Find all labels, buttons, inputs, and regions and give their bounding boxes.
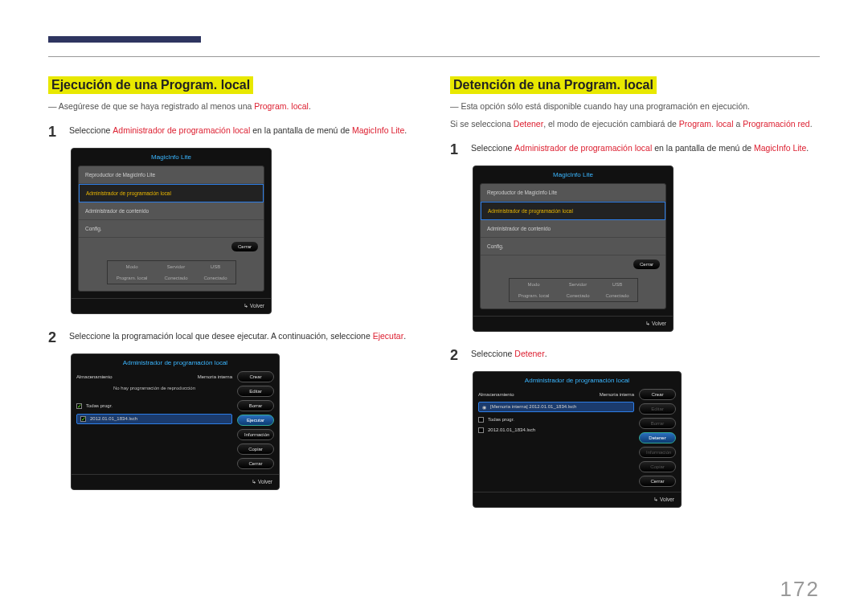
footer: ↲Volver xyxy=(72,298,271,313)
info-button[interactable]: Información xyxy=(237,429,274,440)
step-text: Seleccione la programación local que des… xyxy=(69,327,418,349)
section-title-left: Ejecución de una Program. local xyxy=(48,76,253,94)
step-1-left: 1 Seleccione Administrador de programaci… xyxy=(48,121,418,143)
borrar-button: Borrar xyxy=(639,418,676,429)
return-icon: ↲ xyxy=(244,303,248,309)
step-number: 1 xyxy=(450,139,461,161)
return-label: Volver xyxy=(660,497,674,502)
return-label: Volver xyxy=(258,479,272,484)
list-panel: AlmacenamientoMemoria interna No hay pro… xyxy=(76,371,232,472)
list-item-selected[interactable]: 2012.01.01_1834.lsch xyxy=(76,414,232,424)
cerrar-button[interactable]: Cerrar xyxy=(639,476,676,487)
t: Programación red xyxy=(743,119,809,129)
crear-button[interactable]: Crear xyxy=(639,389,676,400)
v: Conectado xyxy=(157,272,196,284)
step-number: 2 xyxy=(48,327,59,349)
checkbox-icon xyxy=(76,403,82,409)
val: Memoria interna xyxy=(198,374,232,379)
t: . xyxy=(403,331,406,341)
t: Detener xyxy=(514,349,544,358)
left-column: Ejecución de una Program. local ― Asegúr… xyxy=(48,76,418,521)
t: en la pantalla de menú de xyxy=(652,143,754,153)
t: a xyxy=(734,119,743,129)
h: Servidor xyxy=(559,279,598,290)
status-table: Modo Servidor USB Program. local Conecta… xyxy=(107,260,236,284)
menu-item[interactable]: Config. xyxy=(79,220,264,238)
lbl: Almacenamiento xyxy=(76,374,113,379)
t: Ejecutar xyxy=(373,331,404,341)
note-left-text: ― Asegúrese de que se haya registrado al… xyxy=(48,101,311,111)
list-panel: AlmacenamientoMemoria interna ◉[Memoria … xyxy=(478,389,634,490)
button-column: Crear Editar Borrar Detener Información … xyxy=(639,389,676,487)
t: 2012.01.01_1834.lsch xyxy=(488,427,535,432)
ejecutar-button[interactable]: Ejecutar xyxy=(237,415,274,426)
t: MagicInfo Lite xyxy=(352,125,404,135)
return-label: Volver xyxy=(250,303,264,309)
t: Detener xyxy=(514,119,543,129)
step-2-left: 2 Seleccione la programación local que d… xyxy=(48,327,418,349)
header-accent xyxy=(48,36,201,43)
menu-item[interactable]: Reproductor de MagicInfo Lite xyxy=(79,166,264,184)
menu-item-selected[interactable]: Administrador de programación local xyxy=(79,184,264,202)
t: Seleccione xyxy=(69,125,113,135)
screen-title: Administrador de programación local xyxy=(72,354,279,371)
list-item[interactable]: Todas progr. xyxy=(478,417,634,423)
menu-item-selected[interactable]: Administrador de programación local xyxy=(481,202,665,220)
t: . xyxy=(810,119,813,129)
list-item-running[interactable]: ◉[Memoria interna] 2012.01.01_1834.lsch xyxy=(478,402,634,412)
menu-item[interactable]: Reproductor de MagicInfo Lite xyxy=(481,184,665,202)
t: Todas progr. xyxy=(488,417,514,422)
close-button[interactable]: Cerrar xyxy=(633,259,661,270)
t: Seleccione xyxy=(471,349,514,358)
crear-button[interactable]: Crear xyxy=(237,371,274,382)
t: en la pantalla de menú de xyxy=(250,125,352,135)
note-right-2: Si se selecciona Detener, el modo de eje… xyxy=(450,118,820,131)
checkbox-icon xyxy=(478,417,484,423)
h: Modo xyxy=(510,279,559,290)
screenshot-menu-left: MagicInfo Lite Reproductor de MagicInfo … xyxy=(71,148,272,314)
v: Conectado xyxy=(559,290,598,301)
info-button: Información xyxy=(639,447,676,458)
v: Program. local xyxy=(108,272,157,284)
close-button[interactable]: Cerrar xyxy=(231,241,259,252)
cerrar-button[interactable]: Cerrar xyxy=(237,458,274,469)
list-item[interactable]: Todas progr. xyxy=(76,403,232,409)
t: [Memoria interna] 2012.01.01_1834.lsch xyxy=(490,404,576,409)
t: Seleccione xyxy=(471,143,514,153)
play-icon: ◉ xyxy=(482,404,486,410)
menu-item[interactable]: Administrador de contenido xyxy=(481,220,665,238)
detener-button[interactable]: Detener xyxy=(639,432,676,443)
return-icon: ↲ xyxy=(653,497,658,503)
t: Si se selecciona xyxy=(450,119,514,129)
t: Program. local xyxy=(679,119,734,129)
t: , el modo de ejecución cambiará de xyxy=(543,119,679,129)
t: Administrador de programación local xyxy=(514,143,652,153)
menu-item[interactable]: Administrador de contenido xyxy=(79,202,264,220)
page-number: 172 xyxy=(780,577,820,602)
screenshot-admin-right: Administrador de programación local Alma… xyxy=(473,371,682,508)
copiar-button[interactable]: Copiar xyxy=(237,443,274,455)
step-text: Seleccione Administrador de programación… xyxy=(69,121,418,143)
header-rule xyxy=(48,56,820,57)
step-text: Seleccione Detener. xyxy=(471,345,820,366)
editar-button[interactable]: Editar xyxy=(237,386,274,397)
borrar-button[interactable]: Borrar xyxy=(237,400,274,411)
right-column: Detención de una Program. local ― Esta o… xyxy=(450,76,820,521)
t: MagicInfo Lite xyxy=(754,143,806,153)
val: Memoria interna xyxy=(600,392,634,397)
copiar-button: Copiar xyxy=(639,461,676,472)
h: Servidor xyxy=(157,261,196,272)
t: Todas progr. xyxy=(86,403,113,408)
footer: ↲Volver xyxy=(473,492,681,507)
return-icon: ↲ xyxy=(645,321,650,327)
t: Administrador de programación local xyxy=(113,125,250,135)
v: Conectado xyxy=(196,272,235,284)
section-title-right: Detención de una Program. local xyxy=(450,76,657,94)
t: 2012.01.01_1834.lsch xyxy=(90,416,137,421)
h: USB xyxy=(196,261,235,272)
t: . xyxy=(545,349,547,358)
list-item[interactable]: 2012.01.01_1834.lsch xyxy=(478,427,634,433)
editar-button: Editar xyxy=(639,403,676,415)
menu-item[interactable]: Config. xyxy=(481,238,665,255)
footer: ↲Volver xyxy=(72,474,279,489)
